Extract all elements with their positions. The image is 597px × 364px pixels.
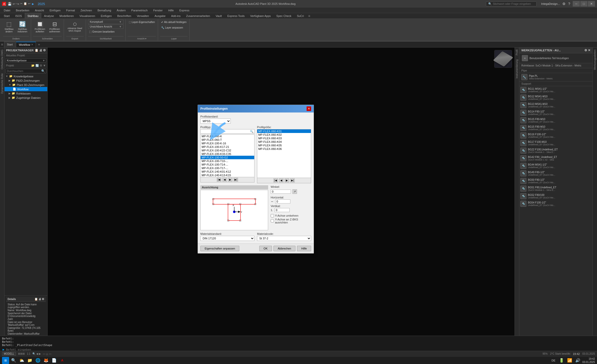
stahlbau-indizieren-button[interactable]: 🔄 Stahlbauindizieren [16, 20, 29, 34]
tab-ansicht[interactable]: Ansicht [32, 7, 47, 13]
tab-andern[interactable]: Ändern [114, 7, 128, 13]
taskbar-acrobat[interactable]: 📄 [51, 357, 58, 364]
bg49-item[interactable]: 🔩 BG49 F80-1/2" Undefined_ET (SuCri Mo..… [519, 170, 592, 177]
pipe-pl-item[interactable]: 🔧 Pipe.PL Sikla Extension - Metric [519, 73, 592, 81]
y-achse-ausrichten-checkbox[interactable] [271, 219, 274, 222]
tab-fenster[interactable]: Fenster [151, 7, 165, 13]
bg50-item[interactable]: 🔩 BG50 F80-1/2" Undefined_ET (SuCri Mo..… [519, 177, 592, 185]
bg15-item[interactable]: 🔩 BG15 F80-M10 Undefined_ET (SuCri Mo... [519, 117, 592, 124]
bg12-item[interactable]: 🔩 BG12 MS41-M10 Undefined_ET (SuCri Mo..… [519, 94, 592, 101]
play-icon[interactable]: ► [31, 2, 35, 6]
dialog-close-button[interactable]: ✕ [307, 106, 311, 111]
bg22-item[interactable]: 🔩 BG22 F100,Undefined_ET (SuCri Module 1… [519, 147, 592, 154]
profiltyp-list[interactable]: MP-FLEX-060-K MP-FLEX-060-T MP-FLEX-100-… [200, 134, 254, 177]
bg44-item[interactable]: 🔩 BG44 MS41-1/2" Undefined_ET (SuCri Mo.… [519, 162, 592, 170]
tab-start[interactable]: Start [4, 42, 15, 47]
taskbar-search[interactable]: 🔍 [10, 357, 17, 364]
proj-icon1[interactable]: 📁 [31, 64, 35, 67]
cmd-input[interactable] [6, 348, 595, 351]
ok-button[interactable]: OK [259, 246, 272, 251]
winkel-input[interactable] [271, 190, 291, 194]
profiltyp-item-8[interactable]: MP-FLEX-100-T10-... [201, 159, 254, 163]
layer-eigenschaften-button[interactable]: ⬚ Layer-Eigenschaften [128, 20, 156, 24]
quick-access-toolbar[interactable]: 💾 ↩ ↪ ✂ 📋 ↩ ► 2025 [8, 2, 45, 6]
profilgrosse-item-1[interactable]: MP-FLEX-060-K01 [257, 129, 311, 133]
tab-hilfe[interactable]: Hilfe [165, 7, 177, 13]
profiltyp-nav-last[interactable]: ▶| [233, 178, 238, 182]
instrumentierung-label[interactable]: Instrumentierung [515, 57, 519, 80]
taskbar-firefox[interactable]: 🦊 [42, 357, 50, 364]
tab-addins[interactable]: Add-ins [168, 13, 183, 18]
profiltyp-item-11[interactable]: MP-FLEX-140-K01-K12 [201, 170, 254, 173]
profile-standard-select[interactable]: MPSS [200, 119, 231, 124]
bg11-item[interactable]: 🔩 BG11 MS41-1/2" Undefined_ET (SuCri Mo.… [519, 86, 592, 94]
profilgrosse-nav-prev[interactable]: ◀ [279, 178, 284, 183]
unsichtbare-ansicht-select[interactable]: Unsichtbare Ansicht ▼ [88, 25, 123, 29]
grenzen-bearbeiten-button[interactable]: ⬚ Grenzen bearbeiten [88, 29, 116, 34]
help-icon[interactable]: ? [568, 2, 570, 6]
bg15b-item[interactable]: 🔩 BG15 F80-M10 Undefined_ET (SuCri Mo... [519, 124, 592, 132]
tab-format[interactable]: Format [63, 7, 78, 13]
hilfe-button[interactable]: Hilfe [297, 246, 311, 251]
eigenschaften-anpassen-button[interactable]: Eigenschaften anpassen [200, 246, 239, 251]
horizontal-input[interactable] [275, 199, 290, 203]
profiltyp-nav-first[interactable]: |◀ [217, 178, 221, 182]
layer-anpassen-button[interactable]: 🔧 Layer anpassen [160, 25, 184, 30]
details-icon1[interactable]: 📋 [34, 298, 38, 301]
taskbar-language[interactable]: DE [550, 357, 557, 364]
close-button[interactable]: ✕ [588, 1, 595, 7]
hamburger-menu[interactable]: ≡ [1, 42, 3, 47]
tab-start[interactable]: Start [1, 13, 12, 18]
tab-expresstools[interactable]: Express Tools [225, 13, 247, 18]
rp-settings-icon[interactable]: ⚙ [584, 49, 587, 52]
details-icon2[interactable]: 🖨 [38, 298, 41, 301]
tab-bemassen[interactable]: Bemaßung [95, 7, 114, 13]
profiltyp-item-12[interactable]: MP-FLEX-140-K13-K15 [201, 173, 254, 177]
advance-steel-export-button[interactable]: ⬡ Advance SteelMVC Export [66, 20, 84, 34]
als-aktuell-button[interactable]: ✔ Als aktuell festlegen [160, 20, 187, 24]
tab-modellieren[interactable]: Modellieren [57, 13, 77, 18]
pm-icon2[interactable]: 🖨 [39, 49, 42, 52]
tab-stahlbau[interactable]: Stahlbau [25, 13, 41, 18]
sidebar-search-input[interactable] [6, 69, 40, 73]
title-search-input[interactable] [493, 2, 534, 5]
tab-zeichnen[interactable]: Zeichnen [78, 7, 95, 13]
taskbar-clock[interactable]: 19:42 03.01.2025 [582, 357, 595, 364]
taskbar-autocad[interactable]: A [59, 357, 66, 364]
sidebar-search[interactable]: 🔍 [6, 69, 46, 73]
tab-zusammenarbeiten[interactable]: Zusammenarbeiten [183, 13, 213, 18]
project-selector-row[interactable]: Knowledgebase ▼ [6, 58, 46, 62]
tab-einfugen2[interactable]: Einfügen [98, 13, 114, 18]
bg13-item[interactable]: 🔩 BG13 MS41-M10 Undefined_ET (SuCri Mo..… [519, 101, 592, 109]
project-manager-icons[interactable]: 📋 🖨 ⚙ [35, 49, 46, 52]
add-custom-part[interactable]: + Benutzerdefiniertes Teil hinzufügen [519, 53, 592, 63]
taskbar-battery[interactable]: 🔋 [558, 357, 565, 364]
window-controls[interactable]: ─ □ ✕ [573, 1, 595, 7]
tree-rohklassen[interactable]: ▶ 📁 Rohklassen [5, 91, 47, 96]
bg51-item[interactable]: 🔩 BG51 F80,Undefined_ET (SuCri Module 1 … [519, 185, 592, 192]
taskbar-widget[interactable]: ⛅ [18, 357, 25, 364]
tab-parametrisch[interactable]: Parametrisch [129, 7, 151, 13]
profilgrosse-item-4[interactable]: MP-FLEX-060-K04 [257, 140, 311, 144]
vertikal-input[interactable] [274, 208, 290, 212]
bg17-item[interactable]: 🔩 BG17 F100-M10 Undefined_ET (SuCri Mo..… [519, 139, 592, 147]
abbrechen-button[interactable]: Abbrechen [273, 246, 295, 251]
taskbar-volume[interactable]: 🔊 [574, 357, 581, 364]
taskbar-network[interactable]: 📶 [566, 357, 573, 364]
tree-knowledgebase[interactable]: ▼ 📁 Knowledgebase [5, 74, 47, 78]
profilgrosse-item-3[interactable]: MP-FLEX-060-K03 [257, 136, 311, 140]
profiltyp-item-6[interactable]: MP-FLEX-100-K33-C35 [201, 152, 254, 156]
tab-datei[interactable]: Datei [1, 7, 13, 13]
new-tab-button[interactable]: + [36, 42, 41, 47]
bg14-item[interactable]: 🔩 BG14 F80-1/2" Undefined_ET (SuCri Mo..… [519, 109, 592, 117]
more-tabs-icon[interactable]: ≡ [308, 13, 311, 18]
tab-workflow-close[interactable]: ✕ [31, 43, 33, 46]
profiltyp-item-7[interactable]: MP-FLEX-100-50-G2 [201, 156, 254, 159]
model-label[interactable]: MODELL [2, 352, 16, 356]
taskbar-start[interactable]: ⊞ [2, 357, 9, 364]
undo-icon[interactable]: ↩ [13, 2, 15, 6]
proj-icon2[interactable]: 🔄 [35, 64, 39, 67]
tab-verwalten[interactable]: Verwalten [134, 13, 152, 18]
tab-express[interactable]: Express [177, 7, 192, 13]
add-custom-part-item[interactable]: + Benutzerdefiniertes Teil hinzufügen [521, 54, 591, 62]
